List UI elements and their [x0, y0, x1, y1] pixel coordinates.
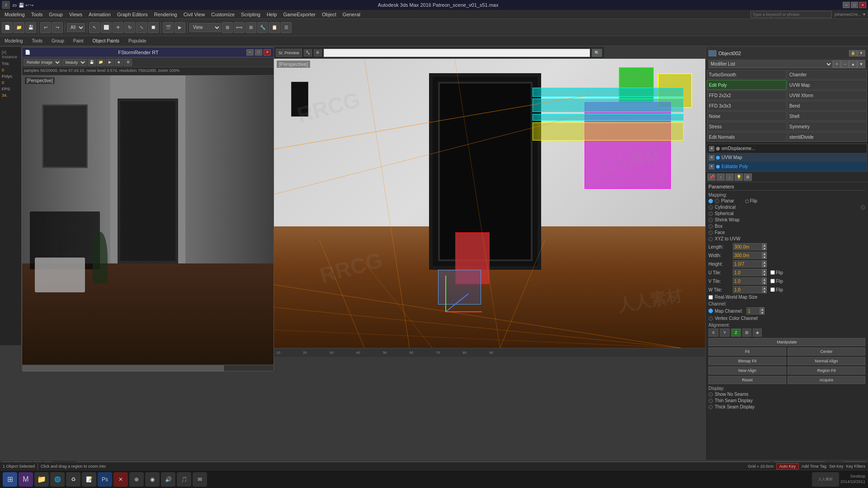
render-type-select[interactable]: Render Image	[24, 59, 61, 66]
menu-customize[interactable]: Customize	[208, 11, 237, 18]
sr-search-input[interactable]	[324, 49, 590, 57]
rw-save-btn[interactable]: 💾	[88, 59, 96, 66]
menu-tools[interactable]: Tools	[28, 11, 46, 18]
sr-search-btn[interactable]: 🔍	[592, 49, 602, 57]
mod-edit-normals[interactable]: Edit Normals	[707, 132, 787, 142]
stack-eye-2[interactable]: 👁	[709, 155, 714, 160]
thin-seam-radio[interactable]	[708, 399, 713, 403]
coord-btn[interactable]: 🔲	[148, 22, 159, 33]
width-value[interactable]: 300.0m	[733, 252, 762, 259]
cylindrical-check[interactable]	[715, 199, 719, 203]
planar-radio[interactable]	[708, 199, 713, 203]
menu-modeling[interactable]: Modeling	[2, 11, 28, 18]
rw-play-btn[interactable]: ▶	[106, 59, 114, 66]
map-channel-radio[interactable]	[708, 309, 713, 313]
stack-item-uvwmap[interactable]: 👁 UVW Map	[707, 153, 867, 162]
mod-stress[interactable]: Stress	[707, 122, 787, 131]
mod-ffd-2x2[interactable]: FFD 2x2x2	[707, 90, 787, 100]
stb-object-paints[interactable]: Object Paints	[90, 38, 122, 44]
mod-bend[interactable]: Bend	[787, 101, 867, 111]
taskbar-icon3[interactable]: 🔊	[161, 472, 175, 487]
taskbar-close[interactable]: ✕	[113, 472, 128, 487]
stb-populate[interactable]: Populate	[126, 38, 149, 44]
sr-preview-btn[interactable]: Sr. Preview	[276, 49, 302, 57]
mod-chamfer[interactable]: Chamfer	[787, 70, 867, 80]
lock-button[interactable]: 🔒	[849, 50, 857, 56]
taskbar-icon1[interactable]: ⊕	[129, 472, 144, 487]
align-z-btn[interactable]: Z	[731, 328, 741, 337]
v-tile-down[interactable]: ▼	[762, 281, 767, 285]
taskbar-notepad[interactable]: 📝	[82, 472, 96, 487]
rw-open-btn[interactable]: 📁	[97, 59, 105, 66]
height-up[interactable]: ▲	[762, 260, 767, 264]
stack-item-editable-poly[interactable]: 👁 Editable Poly	[707, 162, 867, 171]
bitmap-fit-btn[interactable]: Bitmap Fit	[708, 357, 786, 365]
mod-turbosmooth[interactable]: TurboSmooth	[707, 70, 787, 80]
mod-uvw-map[interactable]: UVW Map	[787, 80, 867, 90]
menu-views[interactable]: Views	[66, 11, 85, 18]
add-time-tag[interactable]: Add Time Tag	[802, 464, 826, 469]
render-channel-select[interactable]: beauty	[62, 59, 87, 66]
select-object-btn[interactable]: ↖	[89, 22, 100, 33]
menu-civil-view[interactable]: Civil View	[181, 11, 208, 18]
w-flip-check[interactable]	[770, 287, 775, 292]
minimize-button[interactable]: ─	[843, 2, 850, 8]
map-channel-up[interactable]: ▲	[760, 307, 764, 311]
search-input[interactable]	[750, 11, 832, 18]
stack-eye-3[interactable]: 👁	[709, 164, 714, 169]
map-channel-down[interactable]: ▼	[760, 311, 764, 314]
length-up[interactable]: ▲	[762, 243, 767, 247]
stb-modeling[interactable]: Modeling	[2, 38, 26, 44]
menu-general[interactable]: General	[340, 11, 363, 18]
hide-button[interactable]: ▼	[857, 50, 865, 56]
align-icon1[interactable]: ⊞	[742, 328, 751, 337]
snap-toggle-btn[interactable]: 🔧	[257, 22, 268, 33]
taskbar-browser[interactable]: 🌐	[50, 472, 65, 487]
stb-group[interactable]: Group	[49, 38, 67, 44]
v-flip-check[interactable]	[770, 279, 775, 283]
mod-shell[interactable]: Shell	[787, 111, 867, 121]
render-setup-btn[interactable]: 🎬	[163, 22, 174, 33]
height-value[interactable]: 1.0/7	[733, 260, 762, 267]
w-tile-up[interactable]: ▲	[762, 286, 767, 290]
mirror-btn[interactable]: ⟺	[234, 22, 245, 33]
u-flip-check[interactable]	[770, 270, 775, 275]
select-region-btn[interactable]: ⬜	[101, 22, 112, 33]
scale-btn[interactable]: ⤡	[136, 22, 147, 33]
rw-close[interactable]: ✕	[264, 49, 271, 56]
new-align-btn[interactable]: New Align	[708, 366, 786, 375]
w-tile-down[interactable]: ▼	[762, 290, 767, 293]
normal-align-btn[interactable]: Normal Align	[788, 357, 865, 365]
menu-group[interactable]: Group	[46, 11, 66, 18]
align-x-btn[interactable]: X	[708, 328, 718, 337]
stack-nav-down[interactable]: ↓	[726, 174, 734, 181]
align-y-btn[interactable]: Y	[720, 328, 730, 337]
quick-render-btn[interactable]: ▶	[175, 22, 185, 33]
xyz-uvw-radio[interactable]	[708, 237, 713, 241]
key-filters-status[interactable]: Key Filters	[846, 464, 865, 469]
rw-settings-btn[interactable]: ⚙	[124, 59, 132, 66]
v-tile-value[interactable]: 1.0	[733, 277, 762, 285]
sr-icon2[interactable]: ⚙	[314, 49, 322, 56]
region-fit-btn[interactable]: Region Fit	[788, 366, 865, 375]
mod-add-btn[interactable]: +	[833, 60, 841, 68]
taskbar-icon2[interactable]: ◉	[145, 472, 160, 487]
mod-ffd-3x3[interactable]: FFD 3x3x3	[707, 101, 787, 111]
shrink-wrap-radio[interactable]	[708, 218, 713, 222]
v-tile-up[interactable]: ▲	[762, 277, 767, 281]
taskbar-ps[interactable]: Ps	[98, 472, 112, 487]
object-color-swatch[interactable]	[708, 50, 717, 56]
new-scene-btn[interactable]: 📄	[2, 22, 13, 33]
menu-help[interactable]: Help	[264, 11, 280, 18]
center-btn[interactable]: Center	[788, 347, 865, 356]
spherical-radio[interactable]	[708, 211, 713, 216]
mod-remove-btn[interactable]: −	[841, 60, 849, 68]
mod-uvw-xform[interactable]: UVW Xform	[787, 90, 867, 100]
close-button[interactable]: ✕	[859, 2, 866, 8]
move-btn[interactable]: ✛	[113, 22, 123, 33]
reset-btn[interactable]: Reset	[708, 376, 786, 384]
cylindrical-radio[interactable]	[708, 205, 713, 210]
save-btn[interactable]: 💾	[25, 22, 36, 33]
height-down[interactable]: ▼	[762, 264, 767, 267]
layer-manager-btn[interactable]: 📋	[269, 22, 280, 33]
